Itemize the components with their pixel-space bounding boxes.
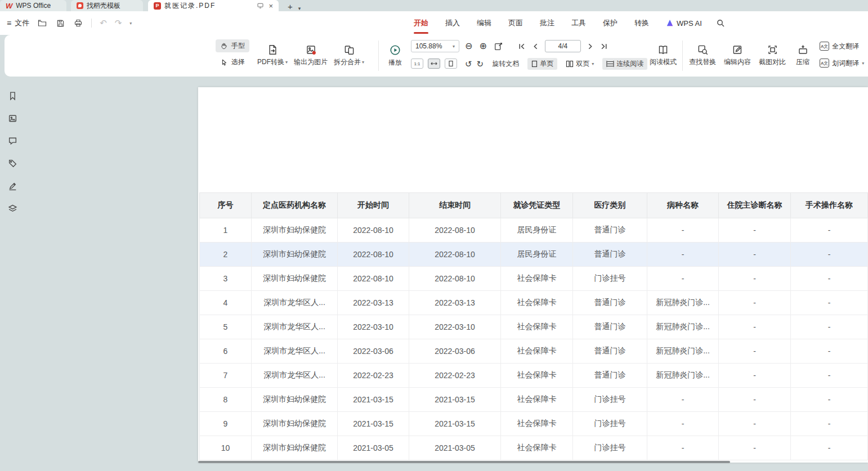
table-cell: - xyxy=(791,267,868,291)
play-slideshow-button[interactable]: 播放 xyxy=(383,39,408,72)
export-as-image-button[interactable]: 输出为图片 xyxy=(294,39,328,72)
column-header: 住院主诊断名称 xyxy=(719,193,791,218)
double-page-button[interactable]: 双页 ▾ xyxy=(562,58,598,70)
fit-page-button[interactable] xyxy=(445,59,457,69)
find-replace-icon xyxy=(697,44,708,55)
print-button[interactable] xyxy=(73,18,83,28)
select-tool-button[interactable]: 选择 xyxy=(216,56,249,69)
page-number-input[interactable]: 4/4 xyxy=(545,40,581,52)
tab-convert[interactable]: 转换 xyxy=(634,11,649,35)
hand-icon xyxy=(220,42,228,50)
device-sync-icon[interactable] xyxy=(257,2,264,9)
table-cell: 2022-03-13 xyxy=(409,291,501,315)
file-menu-button[interactable]: ≡ 文件 xyxy=(7,18,29,28)
redo-icon[interactable]: ↷ xyxy=(115,18,122,28)
bookmarks-icon[interactable] xyxy=(6,89,20,102)
hand-tool-button[interactable]: 手型 xyxy=(216,39,249,52)
edit-pencil-icon xyxy=(732,44,743,55)
table-cell: - xyxy=(647,267,719,291)
ribbon-toolbar: 手型 选择 PDF转换▾ 输出为图片 xyxy=(5,35,868,77)
screenshot-compare-button[interactable]: 截图对比 xyxy=(757,39,788,72)
table-cell: - xyxy=(719,315,791,339)
comments-icon[interactable] xyxy=(6,134,20,147)
tab-list-chevron-icon[interactable]: ▾ xyxy=(298,6,301,11)
split-merge-button[interactable]: 拆分合并▾ xyxy=(333,39,365,72)
table-cell: 深圳市妇幼保健院 xyxy=(252,243,338,267)
table-cell: - xyxy=(719,412,791,436)
find-replace-button[interactable]: 查找替换 xyxy=(687,39,718,72)
document-viewport[interactable]: 序号定点医药机构名称开始时间结束时间就诊凭证类型医疗类别病种名称住院主诊断名称手… xyxy=(25,77,868,471)
table-cell: 9 xyxy=(200,412,252,436)
tab-pdf-document[interactable]: P 就医记录.PDF × xyxy=(148,0,279,11)
table-cell: 门诊挂号 xyxy=(573,412,647,436)
close-tab-icon[interactable]: × xyxy=(269,2,273,10)
table-cell: 2022-08-10 xyxy=(338,218,409,243)
table-cell: 2022-03-13 xyxy=(338,291,409,315)
tab-label: WPS Office xyxy=(16,2,51,10)
medical-records-table: 序号定点医药机构名称开始时间结束时间就诊凭证类型医疗类别病种名称住院主诊断名称手… xyxy=(199,192,868,460)
tab-wps-office[interactable]: W WPS Office xyxy=(0,0,66,11)
read-mode-button[interactable]: 阅读模式 xyxy=(647,39,679,72)
previous-page-button[interactable] xyxy=(531,43,540,50)
open-file-button[interactable] xyxy=(37,18,47,28)
horizontal-scrollbar[interactable] xyxy=(198,461,730,463)
tab-home[interactable]: 开始 xyxy=(414,11,428,35)
single-page-button[interactable]: 单页 xyxy=(527,58,557,70)
wps-ai-button[interactable]: WPS AI xyxy=(666,19,702,28)
table-cell: 1 xyxy=(200,218,252,243)
tab-tools[interactable]: 工具 xyxy=(571,11,586,35)
rotate-left-button[interactable]: ↺ xyxy=(465,60,472,68)
tab-edit[interactable]: 编辑 xyxy=(477,11,491,35)
history-chevron-icon[interactable]: ▾ xyxy=(129,21,132,26)
zoom-level-select[interactable]: 105.88% ▾ xyxy=(411,40,459,52)
table-cell: 深圳市龙华区人... xyxy=(252,364,338,388)
continuous-read-icon xyxy=(606,60,614,68)
rotate-right-button[interactable]: ↻ xyxy=(477,60,484,68)
column-header: 定点医药机构名称 xyxy=(252,193,338,218)
compress-button[interactable]: 压缩 xyxy=(791,39,814,72)
new-tab-button[interactable]: + xyxy=(285,2,295,11)
table-cell: 6 xyxy=(200,339,252,364)
tags-icon[interactable] xyxy=(6,156,20,170)
docer-icon xyxy=(77,2,83,9)
table-cell: 深圳市妇幼保健院 xyxy=(252,388,338,412)
pdf-convert-button[interactable]: PDF转换▾ xyxy=(257,39,288,72)
next-page-button[interactable] xyxy=(585,43,595,50)
table-cell: 社会保障卡 xyxy=(501,388,573,412)
thumbnails-icon[interactable] xyxy=(6,111,20,125)
edit-content-button[interactable]: 编辑内容 xyxy=(722,39,753,72)
table-row: 4深圳市龙华区人...2022-03-132022-03-13社会保障卡普通门诊… xyxy=(200,291,868,315)
last-page-button[interactable] xyxy=(599,43,609,50)
rotate-document-button[interactable]: 旋转文档 xyxy=(488,58,523,70)
menu-bar: ≡ 文件 ↶ ↷ ▾ 开始 插入 编辑 页面 批注 工具 xyxy=(0,11,868,35)
undo-icon[interactable]: ↶ xyxy=(100,18,107,28)
table-cell: 新冠肺炎门诊... xyxy=(647,315,719,339)
full-text-translate-button[interactable]: A文 全文翻译 xyxy=(820,39,864,53)
fit-window-button[interactable] xyxy=(493,42,504,51)
tab-docer-templates[interactable]: 找稻壳模板 xyxy=(71,0,143,11)
first-page-button[interactable] xyxy=(517,43,526,50)
table-cell: - xyxy=(791,339,868,364)
signature-icon[interactable] xyxy=(6,179,20,192)
search-icon[interactable] xyxy=(716,19,725,28)
save-button[interactable] xyxy=(55,18,65,28)
fit-width-button[interactable] xyxy=(428,59,440,69)
column-header: 结束时间 xyxy=(409,193,501,218)
actual-size-button[interactable]: 1:1 xyxy=(411,59,423,69)
word-translate-button[interactable]: A文 划词翻译 ▾ xyxy=(820,56,864,70)
table-cell: 2022-03-10 xyxy=(338,315,409,339)
tab-protect[interactable]: 保护 xyxy=(603,11,618,35)
zoom-in-button[interactable]: ⊕ xyxy=(478,42,487,51)
divider xyxy=(91,19,92,28)
table-cell: 8 xyxy=(200,388,252,412)
hand-tool-label: 手型 xyxy=(231,41,245,51)
column-header: 就诊凭证类型 xyxy=(501,193,573,218)
tab-insert[interactable]: 插入 xyxy=(445,11,460,35)
tab-comment[interactable]: 批注 xyxy=(540,11,554,35)
layers-icon[interactable] xyxy=(6,201,20,215)
tab-page[interactable]: 页面 xyxy=(508,11,523,35)
table-cell: 社会保障卡 xyxy=(501,315,573,339)
continuous-reading-button[interactable]: 连续阅读 xyxy=(602,58,647,70)
table-cell: - xyxy=(719,218,791,243)
zoom-out-button[interactable]: ⊖ xyxy=(464,42,473,51)
